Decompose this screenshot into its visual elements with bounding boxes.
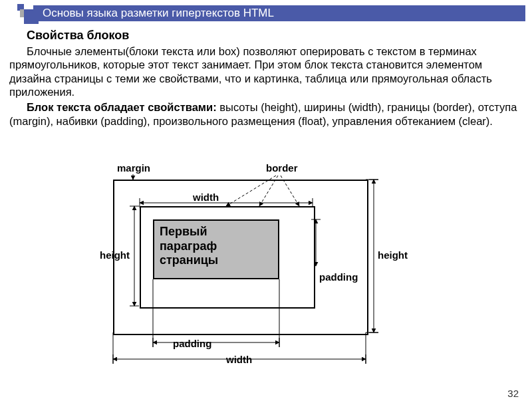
box-model-diagram: Первый параграф страницы margin border w… <box>100 160 412 379</box>
page-number: 32 <box>507 388 519 399</box>
paragraph-2-lead: Блок текста обладает свойствами: <box>27 101 217 113</box>
svg-line-3 <box>281 176 299 206</box>
slide-body: Свойства блоков Блочные элементы(блоки т… <box>0 23 532 128</box>
slide-header: Основы языка разметки гипертекстов HTML <box>0 5 532 23</box>
paragraph-2: Блок текста обладает свойствами: высоты … <box>9 100 523 128</box>
section-heading: Свойства блоков <box>9 28 523 43</box>
svg-line-2 <box>259 176 278 206</box>
svg-line-1 <box>226 176 276 206</box>
slide-title: Основы языка разметки гипертекстов HTML <box>39 5 525 21</box>
paragraph-1: Блочные элементы(блоки текста или box) п… <box>9 45 523 100</box>
diagram-lines <box>100 160 412 379</box>
